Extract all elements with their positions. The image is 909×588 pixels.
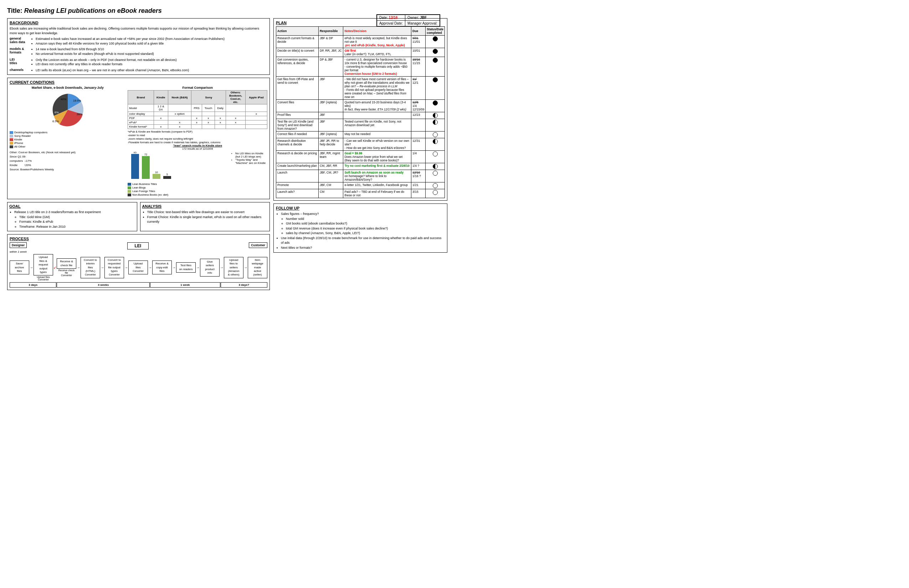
svg-rect-11 — [163, 176, 171, 179]
plan-row-5: Convert files JBF (Aptera) Quoted turn-a… — [276, 100, 445, 112]
plan-table: Action Responsible Notes/Decision Due St… — [276, 26, 445, 198]
plan-row-14: Launch ads? CM Paid ads? – TBD at end of… — [276, 189, 445, 198]
receive-check-label: Receive check fileConverter — [57, 269, 76, 276]
process-section: PROCESS Designer LEI Customer within 1 w… — [7, 234, 270, 290]
dur-4weeks: 4 weeks — [57, 282, 150, 288]
step-convert-html: Convert tointerimfiles(HTML)Converter — [81, 257, 100, 278]
arrow-10: → — [244, 265, 247, 270]
dur-1week: 1 week — [150, 282, 220, 288]
plan-row-6: Proof files JBF 12/23 — [276, 112, 445, 119]
step-upload-files: UploadfilesConverter — [128, 260, 148, 275]
plan-row-1: Research current formats & decide JBF & … — [276, 36, 445, 48]
svg-rect-7 — [142, 156, 150, 179]
pie-legend: Desktop/laptop computers Sony Reader Kin… — [10, 131, 126, 148]
arrow-8: → — [196, 265, 200, 270]
within-week-label: within 1 week — [10, 250, 267, 254]
plan-row-7: Test file on LEI Kindle (and Sony?) and … — [276, 119, 445, 131]
plan-row-12: Launch JBF, CM, JR? Soft launch on Amazo… — [276, 170, 445, 183]
bar-legend: Lean Business Titles Lean Blogs Lean For… — [128, 183, 229, 196]
format-comparison-table: Brand Kindle Nook (B&N) Sony Others:Book… — [128, 90, 267, 129]
plan-row-9: Research distribution channels & decide … — [276, 138, 445, 151]
step-receive-check: Receive &check file — [57, 258, 76, 269]
svg-text:28%: 28% — [77, 113, 82, 116]
current-conditions-title: CURRENT CONDITIONS — [10, 80, 267, 84]
bar-chart-subtitle: 172 results as of 12/10/09 — [128, 147, 267, 150]
step-upload-sellers: Uploadfiles tosellers(Amazon& others) — [224, 257, 243, 278]
svg-text:6%: 6% — [55, 111, 59, 114]
plan-row-3: Get conversion quotes, references, & dec… — [276, 57, 445, 77]
followup-section: FOLLOW UP Sales figures – frequency? Num… — [273, 204, 447, 253]
followup-list: Sales figures – frequency? Number sold G… — [276, 212, 445, 250]
current-conditions-section: CURRENT CONDITIONS Market Share, e-book … — [7, 78, 270, 199]
goal-list: Release 1 LEI title on 2-3 readers/forma… — [9, 210, 135, 229]
customer-actor: Customer — [249, 242, 267, 248]
step-test-files: Test fileson readers — [176, 262, 196, 273]
plan-row-10: Research & decide on pricing JBF, RR, mg… — [276, 151, 445, 163]
designer-actor: Designer — [10, 242, 27, 248]
background-title: BACKGROUND — [10, 21, 267, 25]
svg-text:6.5%: 6.5% — [52, 120, 59, 123]
plan-section: PLAN Action Responsible Notes/Decision D… — [273, 18, 447, 200]
bg-row-channels: channels LEI sells its ebook (eLex) on l… — [10, 68, 267, 73]
arrow-2: ↙ — [53, 265, 56, 270]
arrow-4: → — [100, 265, 104, 270]
step-upload: Uploadfiles &requestoutputtypes — [34, 254, 53, 275]
bg-row-models: models &formats 14 new e-book launched f… — [10, 47, 267, 56]
process-title: PROCESS — [10, 237, 267, 241]
plan-row-8: Correct files if needed JBF (Aptera) May… — [276, 131, 445, 138]
step-convert-output: Convert torequestedfile outputtypesConve… — [104, 257, 124, 278]
background-section: BACKGROUND Ebook sales are increasing wh… — [7, 18, 270, 75]
step-save: Save/archivefiles — [10, 260, 29, 275]
goal-analysis-row: GOAL Release 1 LEI title on 2-3 readers/… — [7, 202, 270, 231]
svg-text:72: 72 — [144, 153, 147, 156]
arrow-6: → — [148, 265, 152, 270]
analysis-list: Title Choice: test-based titles with few… — [142, 210, 268, 225]
arrow-7: → — [172, 265, 176, 270]
bar-chart-title: "lean" search results in Kindle store — [128, 144, 267, 147]
arrow-9: → — [220, 265, 223, 270]
plan-row-2: Decide on title(s) to convert DP, RR, JB… — [276, 48, 445, 57]
svg-text:10: 10 — [155, 171, 158, 174]
arrow-3: → — [77, 265, 80, 270]
dur-3days: 3 days — [10, 282, 56, 288]
svg-text:40%: 40% — [61, 98, 66, 101]
followup-title: FOLLOW UP — [276, 206, 445, 210]
goal-title: GOAL — [9, 204, 135, 208]
svg-text:85: 85 — [134, 152, 136, 153]
step-give-sellers: Givesellersproductinfo — [200, 259, 220, 276]
plan-row-4: Get files from Off-Piste and send to con… — [276, 77, 445, 100]
page-title: Title: Releasing LEI publications on eBo… — [7, 7, 447, 15]
pie-chart-title: Market Share, e-book Downloads, January-… — [10, 86, 126, 89]
dur-3days-2: 3 days? — [221, 282, 267, 288]
background-intro: Ebook sales are increasing while traditi… — [10, 26, 267, 35]
market-stats: Other: Cool-er Bookeen, etc (Nook not re… — [10, 150, 126, 172]
arrow-1: → — [29, 265, 33, 270]
bg-row-general: generalsales data Estimated e-book sales… — [10, 37, 267, 45]
step-webpage-active: Itemwebpagemadeactive(seller) — [248, 257, 267, 278]
svg-rect-9 — [152, 174, 160, 179]
plan-row-13: Promote JBF, CM e-letter 1/21, Twitter, … — [276, 183, 445, 189]
header-info-box: Date: 12/16 Owner: JBF Approval Date: Ma… — [377, 14, 440, 27]
goal-section: GOAL Release 1 LEI title on 2-3 readers/… — [7, 202, 137, 231]
arrow-5: → — [125, 265, 128, 270]
bar-chart-notes: No LEI titles on Kindle (but 2 LEI blogs… — [232, 152, 267, 165]
svg-rect-5 — [131, 154, 139, 179]
svg-text:19.5%: 19.5% — [73, 99, 81, 102]
analysis-title: ANALYSIS — [142, 204, 268, 208]
upload-label: Upload filesConverter — [37, 276, 50, 281]
format-note: *ePub & Kindle are flowable formats (com… — [128, 130, 267, 144]
lei-label: LEI — [127, 242, 149, 249]
bg-row-lei: LEItitles Only the Lexicon exists as an … — [10, 58, 267, 67]
step-receive-copyedit: Receive &copy-editfiles — [152, 260, 172, 275]
svg-text:5: 5 — [167, 173, 168, 176]
plan-row-11: Create launch/marketing plan CM, JBF, RR… — [276, 163, 445, 170]
pie-chart: 19.5% 40% 28% 6.5% 6% — [45, 90, 91, 129]
analysis-section: ANALYSIS Title Choice: test-based titles… — [140, 202, 270, 231]
bar-chart-svg: 85 72 10 5 — [128, 152, 184, 180]
